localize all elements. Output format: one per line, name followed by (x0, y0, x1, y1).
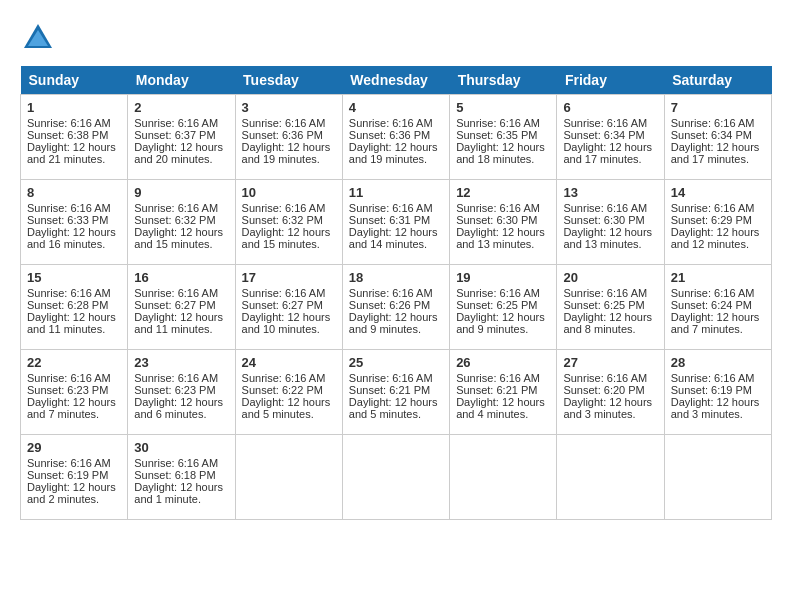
daylight-text: Daylight: 12 hours and 1 minute. (134, 481, 223, 505)
daylight-text: Daylight: 12 hours and 5 minutes. (242, 396, 331, 420)
sunset-text: Sunset: 6:23 PM (134, 384, 215, 396)
column-header-saturday: Saturday (664, 66, 771, 95)
calendar-cell: 14 Sunrise: 6:16 AM Sunset: 6:29 PM Dayl… (664, 180, 771, 265)
sunset-text: Sunset: 6:23 PM (27, 384, 108, 396)
day-number: 12 (456, 185, 550, 200)
calendar-cell: 11 Sunrise: 6:16 AM Sunset: 6:31 PM Dayl… (342, 180, 449, 265)
daylight-text: Daylight: 12 hours and 21 minutes. (27, 141, 116, 165)
calendar-cell: 24 Sunrise: 6:16 AM Sunset: 6:22 PM Dayl… (235, 350, 342, 435)
sunset-text: Sunset: 6:26 PM (349, 299, 430, 311)
sunrise-text: Sunrise: 6:16 AM (134, 117, 218, 129)
week-row-3: 15 Sunrise: 6:16 AM Sunset: 6:28 PM Dayl… (21, 265, 772, 350)
logo-icon (20, 20, 56, 56)
sunset-text: Sunset: 6:32 PM (134, 214, 215, 226)
daylight-text: Daylight: 12 hours and 7 minutes. (27, 396, 116, 420)
sunset-text: Sunset: 6:25 PM (456, 299, 537, 311)
day-number: 26 (456, 355, 550, 370)
calendar-cell (664, 435, 771, 520)
day-number: 2 (134, 100, 228, 115)
calendar-cell: 27 Sunrise: 6:16 AM Sunset: 6:20 PM Dayl… (557, 350, 664, 435)
calendar-cell: 3 Sunrise: 6:16 AM Sunset: 6:36 PM Dayli… (235, 95, 342, 180)
day-number: 30 (134, 440, 228, 455)
daylight-text: Daylight: 12 hours and 9 minutes. (349, 311, 438, 335)
sunset-text: Sunset: 6:21 PM (349, 384, 430, 396)
day-number: 16 (134, 270, 228, 285)
day-number: 10 (242, 185, 336, 200)
sunrise-text: Sunrise: 6:16 AM (242, 372, 326, 384)
week-row-2: 8 Sunrise: 6:16 AM Sunset: 6:33 PM Dayli… (21, 180, 772, 265)
day-number: 14 (671, 185, 765, 200)
day-number: 7 (671, 100, 765, 115)
day-number: 18 (349, 270, 443, 285)
calendar-cell: 13 Sunrise: 6:16 AM Sunset: 6:30 PM Dayl… (557, 180, 664, 265)
column-header-thursday: Thursday (450, 66, 557, 95)
sunrise-text: Sunrise: 6:16 AM (349, 372, 433, 384)
daylight-text: Daylight: 12 hours and 10 minutes. (242, 311, 331, 335)
day-number: 29 (27, 440, 121, 455)
calendar-cell (557, 435, 664, 520)
daylight-text: Daylight: 12 hours and 11 minutes. (134, 311, 223, 335)
daylight-text: Daylight: 12 hours and 15 minutes. (134, 226, 223, 250)
sunset-text: Sunset: 6:20 PM (563, 384, 644, 396)
sunrise-text: Sunrise: 6:16 AM (671, 202, 755, 214)
sunset-text: Sunset: 6:35 PM (456, 129, 537, 141)
daylight-text: Daylight: 12 hours and 6 minutes. (134, 396, 223, 420)
calendar-cell: 9 Sunrise: 6:16 AM Sunset: 6:32 PM Dayli… (128, 180, 235, 265)
sunrise-text: Sunrise: 6:16 AM (563, 372, 647, 384)
daylight-text: Daylight: 12 hours and 16 minutes. (27, 226, 116, 250)
sunset-text: Sunset: 6:37 PM (134, 129, 215, 141)
sunset-text: Sunset: 6:27 PM (242, 299, 323, 311)
calendar-cell: 6 Sunrise: 6:16 AM Sunset: 6:34 PM Dayli… (557, 95, 664, 180)
daylight-text: Daylight: 12 hours and 8 minutes. (563, 311, 652, 335)
calendar-cell: 5 Sunrise: 6:16 AM Sunset: 6:35 PM Dayli… (450, 95, 557, 180)
sunrise-text: Sunrise: 6:16 AM (456, 372, 540, 384)
sunrise-text: Sunrise: 6:16 AM (134, 287, 218, 299)
sunrise-text: Sunrise: 6:16 AM (456, 202, 540, 214)
calendar-cell: 8 Sunrise: 6:16 AM Sunset: 6:33 PM Dayli… (21, 180, 128, 265)
daylight-text: Daylight: 12 hours and 11 minutes. (27, 311, 116, 335)
calendar-cell (342, 435, 449, 520)
sunset-text: Sunset: 6:32 PM (242, 214, 323, 226)
calendar-cell: 23 Sunrise: 6:16 AM Sunset: 6:23 PM Dayl… (128, 350, 235, 435)
day-number: 24 (242, 355, 336, 370)
sunrise-text: Sunrise: 6:16 AM (134, 372, 218, 384)
sunset-text: Sunset: 6:18 PM (134, 469, 215, 481)
daylight-text: Daylight: 12 hours and 7 minutes. (671, 311, 760, 335)
sunrise-text: Sunrise: 6:16 AM (563, 117, 647, 129)
sunrise-text: Sunrise: 6:16 AM (134, 202, 218, 214)
sunrise-text: Sunrise: 6:16 AM (27, 287, 111, 299)
sunrise-text: Sunrise: 6:16 AM (349, 287, 433, 299)
sunset-text: Sunset: 6:30 PM (456, 214, 537, 226)
day-number: 19 (456, 270, 550, 285)
daylight-text: Daylight: 12 hours and 9 minutes. (456, 311, 545, 335)
sunrise-text: Sunrise: 6:16 AM (242, 117, 326, 129)
week-row-4: 22 Sunrise: 6:16 AM Sunset: 6:23 PM Dayl… (21, 350, 772, 435)
sunset-text: Sunset: 6:28 PM (27, 299, 108, 311)
sunrise-text: Sunrise: 6:16 AM (456, 117, 540, 129)
sunrise-text: Sunrise: 6:16 AM (27, 372, 111, 384)
daylight-text: Daylight: 12 hours and 17 minutes. (563, 141, 652, 165)
sunrise-text: Sunrise: 6:16 AM (242, 287, 326, 299)
sunset-text: Sunset: 6:33 PM (27, 214, 108, 226)
sunrise-text: Sunrise: 6:16 AM (671, 372, 755, 384)
sunset-text: Sunset: 6:31 PM (349, 214, 430, 226)
day-number: 22 (27, 355, 121, 370)
daylight-text: Daylight: 12 hours and 20 minutes. (134, 141, 223, 165)
daylight-text: Daylight: 12 hours and 3 minutes. (671, 396, 760, 420)
sunset-text: Sunset: 6:24 PM (671, 299, 752, 311)
calendar-cell (450, 435, 557, 520)
calendar-cell: 20 Sunrise: 6:16 AM Sunset: 6:25 PM Dayl… (557, 265, 664, 350)
daylight-text: Daylight: 12 hours and 15 minutes. (242, 226, 331, 250)
day-number: 3 (242, 100, 336, 115)
week-row-1: 1 Sunrise: 6:16 AM Sunset: 6:38 PM Dayli… (21, 95, 772, 180)
daylight-text: Daylight: 12 hours and 5 minutes. (349, 396, 438, 420)
column-header-sunday: Sunday (21, 66, 128, 95)
day-number: 11 (349, 185, 443, 200)
day-number: 5 (456, 100, 550, 115)
sunset-text: Sunset: 6:25 PM (563, 299, 644, 311)
sunset-text: Sunset: 6:29 PM (671, 214, 752, 226)
sunrise-text: Sunrise: 6:16 AM (671, 287, 755, 299)
calendar-cell: 26 Sunrise: 6:16 AM Sunset: 6:21 PM Dayl… (450, 350, 557, 435)
day-number: 9 (134, 185, 228, 200)
column-header-wednesday: Wednesday (342, 66, 449, 95)
